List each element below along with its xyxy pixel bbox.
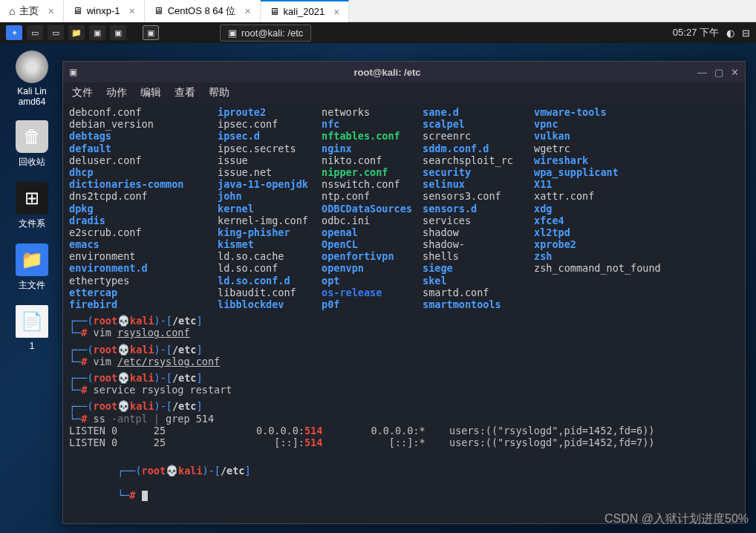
ls-entry: iproute2 [218,106,322,118]
ls-entry [534,298,675,310]
ls-entry: java-11-openjdk [218,178,322,190]
ls-entry: vulkan [534,130,675,142]
ls-entry: networks [322,106,423,118]
disc-icon [16,50,48,83]
ls-entry: deluser.conf [69,154,218,166]
ls-entry: nginx [322,143,423,154]
ls-entry: debtags [69,130,218,142]
ls-entry: zsh_command_not_found [534,262,675,274]
vm-icon: 🖥 [270,6,279,17]
ls-entry: X11 [534,178,675,190]
ls-entry: dns2tcpd.conf [69,190,218,202]
trash-icon: 🗑 [16,120,48,153]
ls-entry: nftables.conf [322,130,423,142]
ls-entry: firebird [69,298,218,310]
terminal-body[interactable]: debconf.confiproute2networkssane.dvmware… [63,103,745,523]
ls-entry: scalpel [423,118,534,130]
ls-entry: sane.d [423,106,534,118]
vm-tab-home[interactable]: ⌂主页× [0,0,64,22]
close-icon[interactable]: × [333,6,339,18]
menu-file[interactable]: 文件 [72,86,93,99]
workspace-2-icon[interactable]: ▭ [48,25,64,40]
cursor [142,491,148,501]
vm-icon: 🖥 [154,5,163,16]
terminal-task-icon[interactable]: ▣ [143,25,159,40]
home-folder-icon: 📁 [16,243,48,276]
vm-tab-winxp[interactable]: 🖥winxp-1× [64,0,145,22]
terminal-titlebar[interactable]: ▣ root@kali: /etc — ▢ ✕ [63,62,745,82]
menu-view[interactable]: 查看 [175,86,195,99]
ls-entry: odbc.ini [322,215,423,226]
workspace-1-icon[interactable]: ▭ [27,25,43,40]
ls-entry: dhcp [69,166,218,178]
desktop-icon-home[interactable]: 📁主文件 [6,243,58,292]
ls-entry: wireshark [534,154,675,166]
filesystem-icon: ⊞ [16,182,48,215]
menu-help[interactable]: 帮助 [209,86,229,99]
desktop-icon-filesystem[interactable]: ⊞文件系 [6,182,58,230]
ls-entry: ld.so.conf.d [218,275,322,287]
terminal-title: root@kali: /etc [354,67,421,78]
tray-icon[interactable]: ◐ [726,27,734,39]
ls-entry: shadow- [423,238,534,250]
ls-entry: libaudit.conf [218,287,322,298]
menu-edit[interactable]: 编辑 [140,86,161,99]
ls-entry: wgetrc [534,143,675,154]
ls-entry: king-phisher [218,226,322,238]
ls-entry: openal [322,226,423,238]
vm-tab-kali[interactable]: 🖥kali_2021× [261,0,350,22]
ls-entry: kernel [218,203,322,215]
ls-entry: smartd.conf [423,287,534,298]
ls-entry: searchsploit_rc [423,154,534,166]
maximize-icon[interactable]: ▢ [714,67,723,78]
ls-entry [534,287,675,298]
ls-entry: kernel-img.conf [218,215,322,226]
vmware-tabs: ⌂主页× 🖥winxp-1× 🖥CentOS 8 64 位× 🖥kali_202… [0,0,756,22]
close-icon[interactable]: × [128,5,134,17]
ls-entry: security [423,166,534,178]
ls-entry: dictionaries-common [69,178,218,190]
desktop-icon-iso[interactable]: Kali Lin amd64 [6,50,58,107]
clock[interactable]: 05:27 下午 [673,26,719,39]
desktop-icon-doc1[interactable]: 📄1 [6,305,58,351]
terminal-icon: ▣ [228,27,237,39]
ls-entry: services [423,215,534,226]
kali-menu-icon[interactable]: ✦ [6,25,22,40]
ls-entry: skel [423,275,534,287]
ls-entry: wpa_supplicant [534,166,675,178]
close-icon[interactable]: ✕ [731,67,739,78]
terminal-window: ▣ root@kali: /etc — ▢ ✕ 文件 动作 编辑 查看 帮助 d… [62,61,746,524]
prompt-current: ┌──(root💀kali)-[/etc] └─# [69,453,739,513]
desktop-icon-trash[interactable]: 🗑回收站 [6,120,58,169]
taskbar-app-terminal[interactable]: ▣root@kali: /etc [220,24,311,42]
tray-icon[interactable]: ⊟ [742,27,750,39]
ls-entry: xl2tpd [534,226,675,238]
close-icon[interactable]: × [48,5,53,17]
minimize-icon[interactable]: — [697,67,707,78]
ss-output: LISTEN 0 25 0.0.0.0:514 0.0.0.0:* users:… [69,425,739,448]
ls-entry: shadow [423,226,534,238]
ls-entry: environment [69,250,218,262]
ls-entry: sensors.d [423,203,534,215]
ls-entry: nipper.conf [322,166,423,178]
app-icon[interactable]: ▣ [110,25,126,40]
folder-icon[interactable]: 📁 [68,25,85,40]
close-icon[interactable]: × [244,5,250,17]
ls-entry: nfc [322,118,423,130]
menu-action[interactable]: 动作 [106,86,127,99]
ls-entry: os-release [322,287,423,298]
vm-icon: 🖥 [73,5,82,16]
ls-entry: p0f [322,298,423,310]
ls-entry: emacs [69,238,218,250]
ls-entry: john [218,190,322,202]
ls-entry: debian_version [69,118,218,130]
desktop[interactable]: KALI BY OFFENSIVE SECURITY Kali Lin amd6… [0,43,756,533]
vm-tab-centos[interactable]: 🖥CentOS 8 64 位× [145,0,261,22]
ls-entry: ld.so.conf [218,262,322,274]
ls-entry: sensors3.conf [423,190,534,202]
ls-entry: ntp.conf [322,190,423,202]
ls-entry: ipsec.d [218,130,322,142]
terminal-launcher-icon[interactable]: ▣ [89,25,105,40]
ls-entry: nikto.conf [322,154,423,166]
ls-entry: sddm.conf.d [423,143,534,154]
